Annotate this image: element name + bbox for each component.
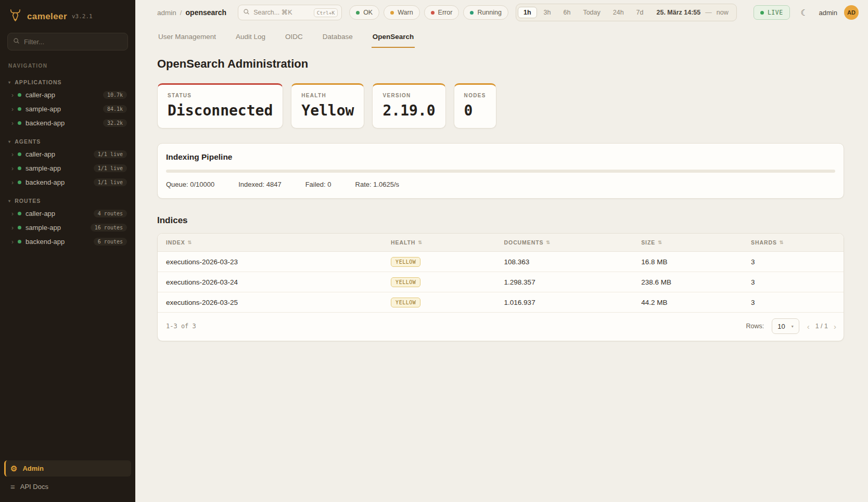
sidebar-item-badge: 16 routes — [91, 224, 127, 231]
sidebar-item-route-backend-app[interactable]: › backend-app 6 routes — [4, 235, 131, 248]
cell-shards: 3 — [751, 299, 844, 306]
col-header-health[interactable]: HEALTH ⇅ — [391, 239, 504, 246]
next-page-button[interactable]: › — [834, 323, 836, 330]
tab-audit-log[interactable]: Audit Log — [235, 28, 266, 48]
breadcrumb-separator: / — [180, 9, 182, 17]
sidebar-item-badge: 6 routes — [94, 238, 127, 246]
live-label: LIVE — [768, 9, 783, 16]
section-title: APPLICATIONS — [15, 79, 62, 85]
chevron-right-icon: › — [11, 92, 14, 98]
sidebar-item-route-sample-app[interactable]: › sample-app 16 routes — [4, 221, 131, 234]
avatar[interactable]: AD — [844, 5, 859, 20]
sidebar-item-api-docs[interactable]: ≡ API Docs — [4, 479, 131, 495]
cell-index: executions-2026-03-25 — [158, 299, 391, 306]
app-version: v3.2.1 — [72, 13, 93, 20]
tab-opensearch[interactable]: OpenSearch — [372, 28, 415, 48]
stat-card-nodes: NODES 0 — [454, 83, 496, 128]
tab-database[interactable]: Database — [322, 28, 354, 48]
col-header-index[interactable]: INDEX ⇅ — [158, 239, 391, 246]
range-today[interactable]: Today — [577, 7, 606, 18]
col-header-documents[interactable]: DOCUMENTS ⇅ — [504, 239, 642, 246]
sidebar-section-agents[interactable]: ▾ AGENTS — [0, 130, 135, 147]
shortcut-badge: Ctrl+K — [314, 8, 338, 17]
live-indicator[interactable]: LIVE — [754, 5, 790, 20]
table-row[interactable]: executions-2026-03-25 YELLOW 1.016.937 4… — [158, 292, 844, 313]
tab-oidc[interactable]: OIDC — [284, 28, 304, 48]
stat-value: 2.19.0 — [382, 102, 435, 119]
sidebar-item-backend-app[interactable]: › backend-app 32.2k — [4, 117, 131, 130]
stat-card-status: STATUS Disconnected — [157, 83, 283, 128]
running-dot-icon — [470, 11, 474, 15]
sidebar-item-label: sample-app — [25, 105, 99, 113]
cell-shards: 3 — [751, 278, 844, 286]
sidebar-item-agent-caller-app[interactable]: › caller-app 1/1 live — [4, 148, 131, 161]
global-search[interactable]: Ctrl+K — [238, 5, 342, 20]
status-dot — [18, 212, 21, 215]
table-row[interactable]: executions-2026-03-24 YELLOW 1.298.357 2… — [158, 272, 844, 292]
pipeline-title: Indexing Pipeline — [166, 152, 835, 162]
sidebar-item-route-caller-app[interactable]: › caller-app 4 routes — [4, 207, 131, 220]
cell-size: 238.6 MB — [641, 278, 751, 286]
cell-documents: 1.298.357 — [504, 278, 642, 286]
app-name: cameleer — [27, 11, 67, 22]
sidebar-filter[interactable] — [7, 33, 128, 50]
sidebar-item-label: API Docs — [20, 483, 48, 491]
range-6h[interactable]: 6h — [557, 7, 576, 18]
page-content: User Management Audit Log OIDC Database … — [135, 25, 868, 502]
filter-error[interactable]: Error — [424, 5, 459, 20]
cell-size: 44.2 MB — [641, 299, 751, 306]
sidebar-section-applications[interactable]: ▾ APPLICATIONS — [0, 71, 135, 88]
logo: cameleer v3.2.1 — [0, 0, 135, 31]
goat-logo-icon — [8, 8, 22, 24]
sidebar-item-badge: 1/1 live — [94, 164, 127, 172]
moon-icon: ☾ — [800, 8, 808, 18]
sidebar-section-routes[interactable]: ▾ ROUTES — [0, 189, 135, 207]
breadcrumb: admin / opensearch — [157, 8, 226, 17]
pipeline-stat-indexed: Indexed: 4847 — [238, 181, 281, 188]
sidebar-item-agent-backend-app[interactable]: › backend-app 1/1 live — [4, 176, 131, 189]
status-dot — [18, 166, 21, 170]
filter-label: Warn — [398, 9, 413, 16]
stat-value: Disconnected — [168, 102, 273, 119]
pagination: ‹ 1 / 1 › — [807, 323, 836, 330]
cell-shards: 3 — [751, 258, 844, 266]
sidebar-item-agent-sample-app[interactable]: › sample-app 1/1 live — [4, 162, 131, 175]
filter-warn[interactable]: Warn — [384, 5, 419, 20]
breadcrumb-parent[interactable]: admin — [157, 9, 176, 17]
filter-label: Running — [477, 9, 502, 16]
search-input[interactable] — [253, 9, 310, 16]
range-24h[interactable]: 24h — [607, 7, 630, 18]
col-header-size[interactable]: SIZE ⇅ — [641, 239, 751, 246]
range-1h[interactable]: 1h — [518, 7, 537, 18]
rows-per-page-select[interactable]: 10 ▾ — [772, 318, 799, 334]
range-7d[interactable]: 7d — [631, 7, 649, 18]
dark-mode-toggle[interactable]: ☾ — [797, 5, 812, 20]
sidebar-item-caller-app[interactable]: › caller-app 10.7k — [4, 88, 131, 101]
status-dot — [18, 121, 21, 125]
sidebar-item-sample-app[interactable]: › sample-app 84.1k — [4, 102, 131, 115]
chevron-down-icon: ▾ — [8, 139, 11, 144]
section-title: ROUTES — [15, 198, 41, 204]
sidebar-filter-input[interactable] — [24, 38, 122, 46]
stat-card-health: HEALTH Yellow — [291, 83, 364, 128]
date-separator: — — [705, 9, 712, 16]
sidebar-item-admin[interactable]: ⚙ Admin — [4, 460, 131, 477]
table-row[interactable]: executions-2026-03-23 YELLOW 108.363 16.… — [158, 252, 844, 272]
status-dot — [18, 226, 21, 229]
cell-health: YELLOW — [391, 257, 504, 267]
date-range-display: 25. März 14:55 — now — [650, 9, 735, 16]
filter-ok[interactable]: OK — [349, 5, 379, 20]
range-3h[interactable]: 3h — [538, 7, 557, 18]
sort-icon: ⇅ — [418, 240, 422, 245]
prev-page-button[interactable]: ‹ — [807, 323, 810, 330]
filter-label: Error — [438, 9, 453, 16]
stat-label: STATUS — [168, 93, 273, 98]
list-icon: ≡ — [10, 483, 15, 491]
sidebar-item-label: sample-app — [25, 164, 90, 172]
filter-running[interactable]: Running — [463, 5, 508, 20]
sidebar-footer: ⚙ Admin ≡ API Docs — [0, 456, 135, 502]
stat-label: VERSION — [382, 93, 435, 98]
live-dot-icon — [760, 11, 764, 15]
col-header-shards[interactable]: SHARDS ⇅ — [751, 239, 844, 246]
tab-user-management[interactable]: User Management — [157, 28, 217, 48]
